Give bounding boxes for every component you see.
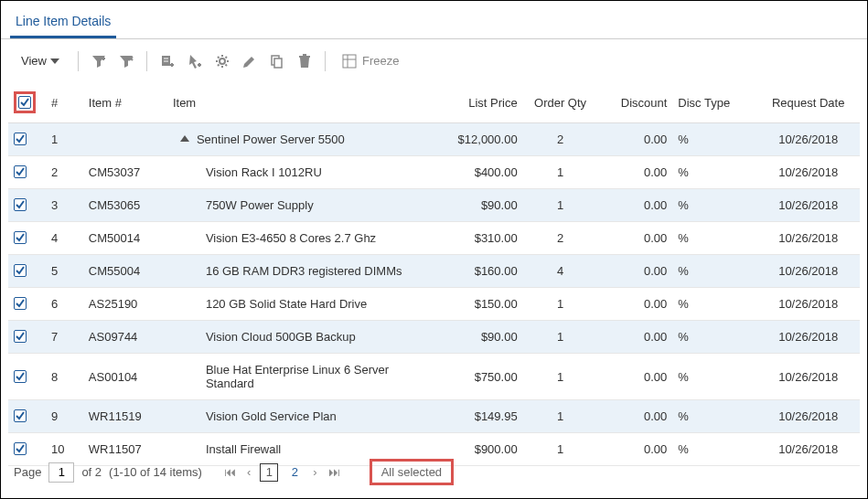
col-discount[interactable]: Discount (598, 82, 673, 123)
cell-item: Vision Gold Service Plan (167, 400, 429, 433)
cell-item: Vision Cloud 500GB Backup (167, 321, 429, 354)
row-checkbox[interactable] (14, 297, 27, 310)
cell-item-no: CM53065 (83, 189, 167, 222)
cell-disc-type: % (672, 156, 756, 189)
pager-next-icon[interactable]: › (311, 465, 318, 479)
cell-date: 10/26/2018 (756, 123, 860, 156)
copy-icon[interactable] (268, 52, 286, 70)
cell-row-num: 6 (46, 288, 83, 321)
cell-row-num: 8 (46, 354, 83, 400)
cell-disc-type: % (672, 433, 756, 466)
cell-qty: 2 (523, 222, 598, 255)
pager-prev-icon[interactable]: ‹ (245, 465, 252, 479)
cell-date: 10/26/2018 (756, 222, 860, 255)
cell-disc: 0.00 (598, 288, 673, 321)
cell-date: 10/26/2018 (756, 189, 860, 222)
table-row[interactable]: 6AS25190120 GB Solid State Hard Drive$15… (8, 288, 860, 321)
page-label: Page (14, 465, 41, 479)
row-checkbox[interactable] (14, 264, 27, 277)
cell-item: Sentinel Power Server 5500 (167, 123, 429, 156)
cell-item: Blue Hat Enterprise Linux 6 Server Stand… (167, 354, 429, 400)
table-row[interactable]: 9WR11519Vision Gold Service Plan$149.951… (8, 400, 860, 433)
view-menu-button[interactable]: View (14, 50, 67, 71)
cell-item-no: CM53037 (83, 156, 167, 189)
page-input[interactable] (48, 462, 74, 483)
cell-price: $90.00 (429, 321, 522, 354)
col-request-date[interactable]: Request Date (756, 82, 860, 123)
pager-page-2[interactable]: 2 (285, 463, 304, 482)
col-list-price[interactable]: List Price (429, 82, 522, 123)
row-checkbox[interactable] (14, 231, 27, 244)
cell-price: $90.00 (429, 189, 522, 222)
edit-icon[interactable] (241, 52, 259, 70)
svg-rect-3 (274, 58, 282, 68)
gear-icon[interactable] (213, 52, 231, 70)
cell-price: $160.00 (429, 255, 522, 288)
item-desc: Vision Cloud 500GB Backup (173, 330, 356, 344)
delete-icon[interactable] (295, 52, 314, 70)
cell-row-num: 5 (46, 255, 83, 288)
action-icon[interactable] (186, 52, 204, 70)
cell-item: Vision Rack I 1012RU (167, 156, 429, 189)
cell-qty: 4 (523, 255, 598, 288)
item-desc: Vision Gold Service Plan (173, 409, 337, 423)
row-checkbox[interactable] (14, 442, 27, 455)
cell-disc-type: % (672, 321, 756, 354)
col-item[interactable]: Item (167, 82, 429, 123)
toolbar-separator (146, 51, 147, 71)
row-checkbox[interactable] (14, 198, 27, 211)
table-row[interactable]: 1Sentinel Power Server 5500$12,000.0020.… (8, 123, 860, 156)
pager-page-1[interactable]: 1 (260, 463, 278, 482)
row-checkbox[interactable] (14, 409, 27, 422)
cell-item-no: CM55004 (83, 255, 167, 288)
cell-date: 10/26/2018 (756, 433, 860, 466)
cell-disc: 0.00 (598, 433, 673, 466)
freeze-button[interactable]: Freeze (342, 54, 399, 69)
cell-disc-type: % (672, 288, 756, 321)
table-row[interactable]: 8AS00104Blue Hat Enterprise Linux 6 Serv… (8, 354, 860, 400)
cell-date: 10/26/2018 (756, 321, 860, 354)
cell-price: $400.00 (429, 156, 522, 189)
col-order-qty[interactable]: Order Qty (523, 82, 598, 123)
col-row-num[interactable]: # (46, 82, 83, 123)
cell-price: $150.00 (429, 288, 522, 321)
chevron-down-icon (50, 58, 59, 64)
cell-disc-type: % (672, 400, 756, 433)
table-row[interactable]: 3CM53065750W Power Supply$90.0010.00%10/… (8, 189, 860, 222)
table-row[interactable]: 5CM5500416 GB RAM DDR3 registered DIMMs$… (8, 255, 860, 288)
cell-qty: 1 (523, 288, 598, 321)
row-checkbox[interactable] (14, 165, 27, 178)
expand-icon[interactable] (180, 135, 189, 142)
cell-date: 10/26/2018 (756, 354, 860, 400)
cell-qty: 1 (523, 354, 598, 400)
tab-line-item-details[interactable]: Line Item Details (10, 8, 116, 38)
cell-item-no: AS00104 (83, 354, 167, 400)
item-desc: 16 GB RAM DDR3 registered DIMMs (173, 264, 402, 278)
pager-first-icon[interactable]: ⏮ (222, 465, 238, 479)
add-filter-icon[interactable] (90, 52, 108, 70)
add-row-icon[interactable] (158, 52, 177, 70)
cell-disc: 0.00 (598, 123, 673, 156)
col-disc-type[interactable]: Disc Type (672, 82, 756, 123)
cell-row-num: 4 (46, 222, 83, 255)
col-item-no[interactable]: Item # (83, 82, 167, 123)
cell-price: $149.95 (429, 400, 522, 433)
row-checkbox[interactable] (14, 330, 27, 343)
cell-row-num: 7 (46, 321, 83, 354)
item-desc: Vision E3-4650 8 Cores 2.7 Ghz (173, 231, 376, 245)
cell-date: 10/26/2018 (756, 156, 860, 189)
table-row[interactable]: 7AS09744Vision Cloud 500GB Backup$90.001… (8, 321, 860, 354)
cell-date: 10/26/2018 (756, 288, 860, 321)
svg-rect-4 (343, 55, 356, 68)
clear-filter-icon[interactable] (117, 52, 135, 70)
cell-disc: 0.00 (598, 156, 673, 189)
view-label: View (21, 54, 47, 68)
row-checkbox[interactable] (14, 370, 27, 383)
select-all-checkbox[interactable] (18, 96, 31, 109)
freeze-label: Freeze (362, 54, 399, 68)
table-row[interactable]: 4CM50014Vision E3-4650 8 Cores 2.7 Ghz$3… (8, 222, 860, 255)
row-checkbox[interactable] (14, 133, 27, 145)
table-row[interactable]: 2CM53037Vision Rack I 1012RU$400.0010.00… (8, 156, 860, 189)
pager-last-icon[interactable]: ⏭ (327, 465, 342, 479)
item-desc: 750W Power Supply (173, 198, 314, 212)
